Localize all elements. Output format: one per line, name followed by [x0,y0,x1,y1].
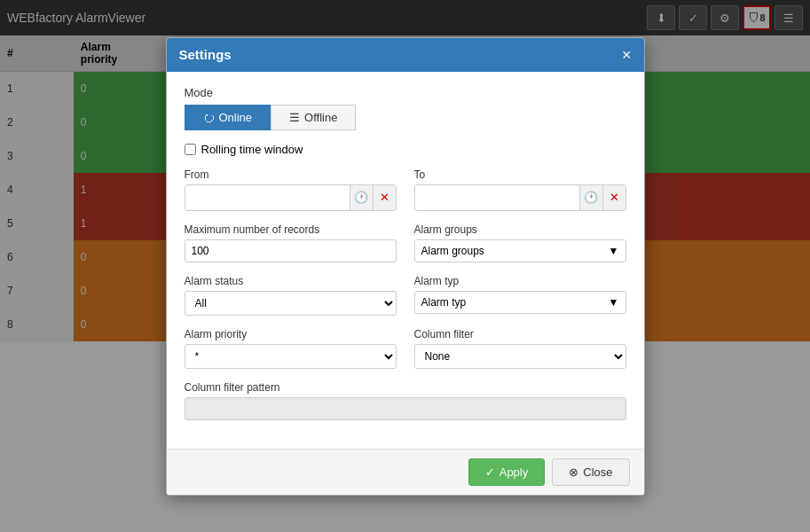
alarm-groups-value: Alarm groups [421,245,484,257]
to-input-group: 🕐 ✕ [414,184,626,211]
online-label: Online [219,111,253,124]
mode-buttons: ⭮ Online ☰ Offline [185,105,626,130]
close-button[interactable]: ⊗ Close [552,458,629,486]
offline-icon: ☰ [289,111,300,124]
column-filter-pattern-label: Column filter pattern [185,381,626,394]
column-filter-group: Column filter None Status Priority [414,328,626,369]
alarm-typ-label: Alarm typ [414,275,626,287]
from-input-group: 🕐 ✕ [185,184,397,211]
alarm-typ-caret-icon: ▼ [609,296,619,309]
alarm-priority-label: Alarm priority [185,328,397,340]
alarm-groups-group: Alarm groups Alarm groups ▼ [414,223,626,262]
alarm-typ-dropdown[interactable]: Alarm typ ▼ [414,291,626,314]
max-records-input[interactable] [185,239,397,262]
alarm-groups-label: Alarm groups [414,223,626,236]
to-group: To 🕐 ✕ [414,168,626,211]
offline-label: Offline [304,111,337,124]
online-icon: ⭮ [203,111,215,124]
from-clear-button[interactable]: ✕ [373,185,396,210]
records-groups-row: Maximum number of records Alarm groups A… [185,223,626,262]
from-to-row: From 🕐 ✕ To 🕐 ✕ [185,168,626,211]
mode-offline-button[interactable]: ☰ Offline [271,105,356,130]
column-filter-select[interactable]: None Status Priority [414,344,626,369]
dialog-footer: ✓ Apply ⊗ Close [167,449,644,495]
column-filter-label: Column filter [414,328,626,340]
to-input[interactable] [415,187,579,208]
to-label: To [414,168,626,181]
status-typ-row: Alarm status All Active Gone Acknowledge… [185,275,626,316]
alarm-priority-group: Alarm priority * 0 1 2 [185,328,397,369]
alarm-priority-select[interactable]: * 0 1 2 [185,344,397,369]
column-filter-pattern-input[interactable] [185,397,626,420]
dialog-overlay: Settings × Mode ⭮ Online ☰ Offline Rolli… [0,0,810,532]
rolling-window-row: Rolling time window [185,143,626,156]
alarm-status-group: Alarm status All Active Gone Acknowledge… [185,275,397,316]
alarm-status-select[interactable]: All Active Gone Acknowledged [185,291,397,316]
mode-label: Mode [185,86,626,99]
alarm-typ-value: Alarm typ [421,296,467,309]
max-records-label: Maximum number of records [185,223,397,236]
rolling-window-label: Rolling time window [201,143,303,156]
from-clock-button[interactable]: 🕐 [350,185,373,210]
apply-check-icon: ✓ [485,466,495,479]
dialog-body: Mode ⭮ Online ☰ Offline Rolling time win… [167,72,644,449]
apply-label: Apply [499,466,529,479]
from-label: From [185,168,397,181]
dialog-header: Settings × [167,38,644,72]
from-group: From 🕐 ✕ [185,168,397,211]
dialog-close-x-button[interactable]: × [622,47,632,63]
mode-online-button[interactable]: ⭮ Online [185,105,271,130]
alarm-typ-group: Alarm typ Alarm typ ▼ [414,275,626,316]
to-clock-button[interactable]: 🕐 [579,185,602,210]
to-clear-button[interactable]: ✕ [602,185,625,210]
alarm-groups-caret-icon: ▼ [609,245,619,257]
dialog-title: Settings [179,47,232,62]
column-filter-pattern-group: Column filter pattern [185,381,626,420]
settings-dialog: Settings × Mode ⭮ Online ☰ Offline Rolli… [166,37,645,496]
apply-button[interactable]: ✓ Apply [468,458,546,486]
from-input[interactable] [185,187,350,208]
rolling-window-checkbox[interactable] [185,144,196,155]
alarm-status-label: Alarm status [185,275,397,287]
close-label: Close [583,466,612,479]
close-circle-icon: ⊗ [569,466,578,479]
alarm-groups-dropdown[interactable]: Alarm groups ▼ [414,239,626,262]
priority-colfilter-row: Alarm priority * 0 1 2 Column filter Non… [185,328,626,369]
max-records-group: Maximum number of records [185,223,397,262]
